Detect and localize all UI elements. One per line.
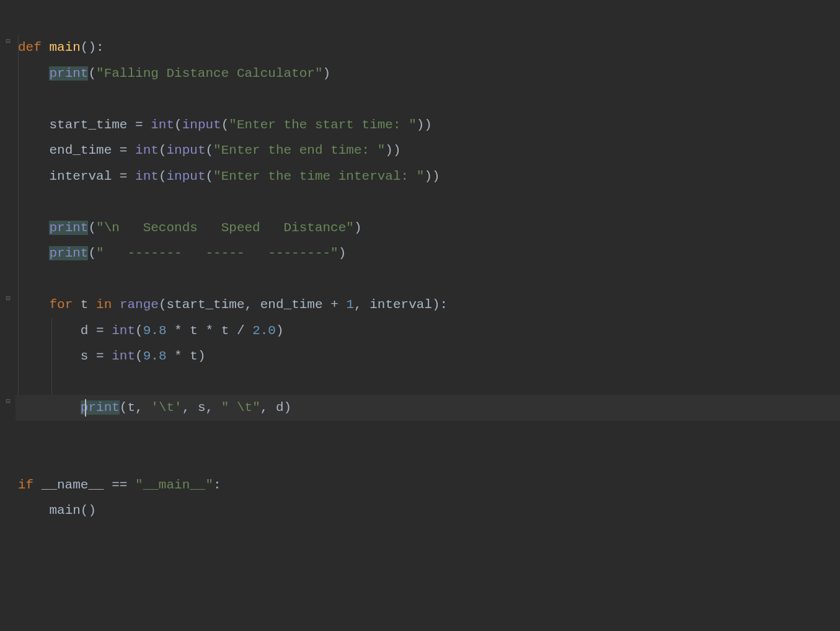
code-token: (	[88, 246, 96, 260]
code-token: "Falling Distance Calculator"	[96, 66, 322, 81]
code-line[interactable]: def main():	[15, 35, 840, 61]
code-token: =	[120, 169, 135, 183]
code-line[interactable]	[15, 267, 840, 293]
code-token: 2.0	[252, 324, 276, 338]
code-token: (	[88, 66, 96, 81]
code-line[interactable]: if __name__ == "__main__":	[15, 472, 840, 498]
code-token: "Enter the start time: "	[229, 118, 416, 132]
code-line[interactable]: s = int(9.8 * t)	[15, 343, 840, 369]
fold-minus-icon[interactable]: ⊟	[4, 397, 12, 406]
code-token: int	[112, 324, 135, 338]
code-token: interval):	[369, 298, 448, 312]
code-line[interactable]: for t in range(start_time, end_time + 1,…	[15, 292, 840, 318]
gutter: ⊟⊟⊟	[0, 0, 15, 631]
code-token: (	[159, 169, 167, 183]
code-token: int	[112, 349, 135, 363]
code-line[interactable]	[15, 369, 840, 395]
code-token: (	[135, 324, 143, 338]
code-token: interval	[49, 169, 119, 183]
code-line[interactable]: print(t, '\t', s, " \t", d)	[15, 395, 840, 421]
code-editor: ⊟⊟⊟ def main(): print("Falling Distance …	[0, 0, 840, 631]
code-token: * t * t /	[174, 324, 252, 338]
code-token: )	[338, 246, 347, 260]
code-token: , d)	[260, 400, 291, 415]
code-token: (t	[120, 400, 135, 415]
code-token: =	[96, 349, 112, 363]
code-token: print	[49, 66, 88, 81]
code-token: range	[120, 298, 159, 312]
code-line[interactable]	[15, 421, 840, 447]
code-token: =	[120, 143, 135, 157]
code-token: print	[49, 246, 88, 260]
code-line[interactable]: print("Falling Distance Calculator")	[15, 61, 840, 87]
code-token: ,	[245, 298, 260, 312]
code-line[interactable]	[15, 189, 840, 215]
code-line[interactable]: main()	[15, 498, 840, 524]
text-caret	[85, 399, 86, 417]
code-token: 9.8	[143, 349, 174, 363]
code-token: int	[151, 118, 174, 132]
code-token: '\t'	[151, 400, 182, 415]
code-token: (	[174, 118, 182, 132]
code-token: "Enter the time interval: "	[213, 169, 424, 183]
fold-minus-icon[interactable]: ⊟	[4, 37, 12, 46]
code-token: +	[330, 298, 346, 312]
code-token: " \t"	[221, 400, 260, 415]
code-token: input	[166, 143, 205, 157]
code-token: (	[206, 169, 214, 183]
code-token: ():	[81, 40, 104, 55]
code-line[interactable]: end_time = int(input("Enter the end time…	[15, 138, 840, 164]
code-token: )	[276, 324, 284, 338]
code-token: (	[88, 221, 96, 235]
code-token: "Enter the end time: "	[213, 143, 385, 157]
code-token: (	[135, 349, 143, 363]
code-token: int	[135, 143, 159, 157]
code-line[interactable]: print("\n Seconds Speed Distance")	[15, 215, 840, 241]
code-line[interactable]	[15, 86, 840, 112]
code-line[interactable]: print(" ------- ----- --------")	[15, 240, 840, 267]
code-token: print	[49, 221, 88, 235]
code-line[interactable]	[15, 446, 840, 472]
code-token: :	[213, 478, 221, 492]
code-token: if	[18, 478, 42, 492]
code-token: =	[135, 118, 151, 132]
code-token: input	[182, 118, 221, 132]
code-line[interactable]: interval = int(input("Enter the time int…	[15, 164, 840, 190]
code-token: int	[135, 169, 159, 183]
code-token: s	[81, 349, 96, 363]
code-token: * t)	[174, 349, 205, 363]
fold-minus-icon[interactable]: ⊟	[4, 294, 12, 303]
code-token: for	[49, 298, 80, 312]
code-area[interactable]: def main(): print("Falling Distance Calc…	[15, 0, 840, 631]
code-token: , s,	[182, 400, 221, 415]
code-token: ,	[354, 298, 369, 312]
code-token: end_time	[260, 298, 330, 312]
code-token: =	[96, 324, 112, 338]
code-token: (	[206, 143, 214, 157]
code-token: input	[166, 169, 205, 183]
code-token: " ------- ----- --------"	[96, 246, 338, 260]
code-token: "__main__"	[135, 478, 213, 492]
code-token: main	[49, 40, 80, 55]
code-token: end_time	[49, 143, 119, 157]
code-token: ))	[385, 143, 400, 157]
code-line[interactable]: start_time = int(input("Enter the start …	[15, 112, 840, 138]
code-token: (start_time	[159, 298, 245, 312]
code-line[interactable]: d = int(9.8 * t * t / 2.0)	[15, 318, 840, 344]
code-token: ==	[112, 478, 135, 492]
code-token: 1	[346, 298, 354, 312]
code-token: ))	[417, 118, 432, 132]
code-token: print	[81, 400, 120, 415]
code-token: 9.8	[143, 324, 174, 338]
code-token: (	[221, 118, 229, 132]
code-token: main()	[49, 503, 96, 518]
code-token: )	[354, 221, 362, 235]
code-token: in	[96, 298, 120, 312]
code-token: t	[81, 298, 96, 312]
code-token: ,	[135, 400, 151, 415]
code-token: start_time	[49, 118, 135, 132]
code-token: (	[159, 143, 167, 157]
code-token: ))	[424, 169, 440, 183]
code-token: d	[81, 324, 96, 338]
code-token: def	[18, 40, 49, 55]
